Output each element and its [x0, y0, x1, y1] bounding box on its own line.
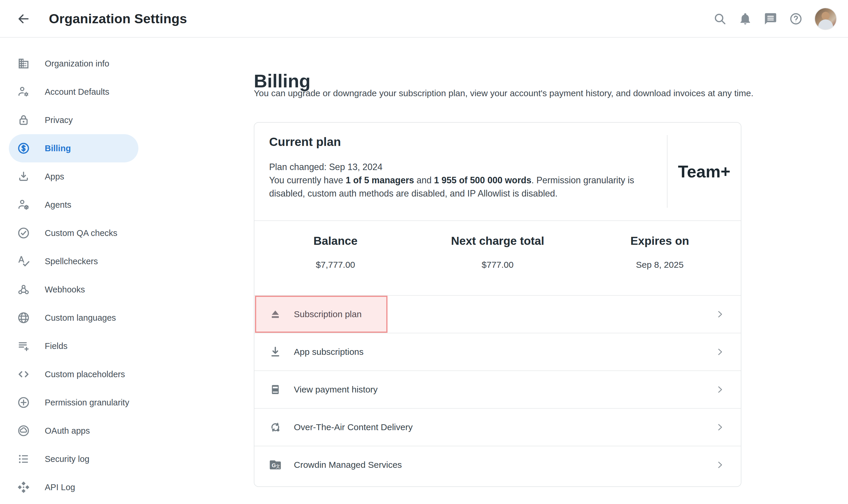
- plus-circle-icon: [17, 396, 30, 409]
- sidebar-item-api-log[interactable]: API Log: [9, 473, 138, 501]
- sidebar-item-privacy[interactable]: Privacy: [9, 106, 138, 134]
- sidebar-item-label: Custom languages: [45, 313, 116, 323]
- top-bar: Organization Settings: [0, 0, 848, 38]
- sidebar-item-label: Agents: [45, 200, 71, 210]
- page-title: Organization Settings: [49, 0, 187, 38]
- sidebar-item-webhooks[interactable]: Webhooks: [9, 275, 138, 304]
- section-subtitle: You can upgrade or downgrade your subscr…: [254, 88, 754, 98]
- billing-row-over-the-air-content-delivery[interactable]: Over-The-Air Content Delivery: [254, 408, 741, 446]
- billing-row-subscription-plan[interactable]: Subscription plan: [254, 295, 741, 333]
- billing-row-label: Subscription plan: [294, 309, 362, 319]
- billing-row-label: Crowdin Managed Services: [294, 460, 402, 470]
- building-icon: [17, 57, 30, 70]
- stat-label: Expires on: [578, 234, 741, 248]
- eject-icon: [269, 307, 282, 321]
- sidebar-item-label: OAuth apps: [45, 426, 90, 436]
- sidebar-item-label: Privacy: [45, 115, 73, 125]
- notifications-icon[interactable]: [739, 12, 752, 25]
- sidebar-item-label: Webhooks: [45, 285, 85, 294]
- settings-sidebar: Organization infoAccount DefaultsPrivacy…: [0, 38, 150, 501]
- diamonds-icon: [17, 481, 30, 494]
- sidebar-item-agents[interactable]: Agents: [9, 191, 138, 219]
- list-plus-icon: [17, 340, 30, 353]
- agent-cube-icon: [17, 198, 30, 211]
- plan-usage-text: You currently have 1 of 5 managers and 1…: [269, 174, 655, 200]
- globe-icon: [17, 311, 30, 324]
- current-plan-details: Plan changed: Sep 13, 2024 You currently…: [269, 160, 655, 200]
- lock-icon: [17, 113, 30, 127]
- billing-actions-list: Subscription planApp subscriptionsView p…: [254, 295, 741, 483]
- avatar[interactable]: [814, 8, 837, 30]
- sidebar-item-label: Custom QA checks: [45, 228, 118, 238]
- sidebar-item-spellcheckers[interactable]: Spellcheckers: [9, 247, 138, 275]
- sidebar-item-security-log[interactable]: Security log: [9, 445, 138, 473]
- plan-badge-area: Team+: [667, 135, 741, 208]
- translate-icon: G文: [269, 458, 282, 472]
- billing-row-crowdin-managed-services[interactable]: G文Crowdin Managed Services: [254, 446, 741, 483]
- stat-next-charge-total: Next charge total$777.00: [417, 221, 579, 295]
- credit-card-icon: [269, 383, 282, 396]
- billing-row-view-payment-history[interactable]: View payment history: [254, 371, 741, 408]
- cloud-circle-icon: [17, 424, 30, 437]
- back-arrow-icon[interactable]: [17, 12, 31, 26]
- sidebar-item-custom-languages[interactable]: Custom languages: [9, 304, 138, 332]
- sidebar-item-label: Billing: [45, 144, 71, 153]
- ota-sync-icon: [269, 420, 282, 434]
- sidebar-item-label: Custom placeholders: [45, 370, 125, 379]
- plan-changed-text: Plan changed: Sep 13, 2024: [269, 160, 655, 174]
- chevron-right-icon: [715, 460, 725, 470]
- billing-row-label: App subscriptions: [294, 347, 364, 357]
- list-icon: [17, 452, 30, 466]
- sidebar-item-label: Fields: [45, 341, 67, 351]
- sidebar-item-permission-granularity[interactable]: Permission granularity: [9, 389, 138, 417]
- svg-text:文: 文: [276, 464, 280, 469]
- stat-value: Sep 8, 2025: [578, 260, 741, 270]
- sidebar-item-label: Security log: [45, 454, 89, 464]
- sidebar-item-billing[interactable]: Billing: [9, 134, 138, 162]
- managers-usage: 1 of 5 managers: [346, 175, 414, 185]
- search-icon[interactable]: [713, 12, 727, 25]
- download-icon: [269, 345, 282, 359]
- sidebar-item-fields[interactable]: Fields: [9, 332, 138, 360]
- billing-row-app-subscriptions[interactable]: App subscriptions: [254, 333, 741, 371]
- billing-row-label: View payment history: [294, 384, 378, 395]
- messages-icon[interactable]: [764, 12, 777, 25]
- stat-expires-on: Expires onSep 8, 2025: [578, 221, 741, 295]
- chevron-right-icon: [715, 384, 725, 395]
- stat-value: $777.00: [417, 260, 579, 270]
- svg-text:G: G: [272, 463, 276, 468]
- sidebar-item-label: Spellcheckers: [45, 256, 98, 266]
- sidebar-item-label: Organization info: [45, 59, 109, 69]
- plan-stats: Balance$7,777.00Next charge total$777.00…: [254, 221, 741, 295]
- help-icon[interactable]: [789, 12, 803, 25]
- code-icon: [17, 368, 30, 381]
- sidebar-item-apps[interactable]: Apps: [9, 162, 138, 191]
- sidebar-item-label: Permission granularity: [45, 398, 129, 408]
- download-tray-icon: [17, 170, 30, 183]
- billing-card: Current plan Plan changed: Sep 13, 2024 …: [254, 122, 741, 487]
- chevron-right-icon: [715, 422, 725, 432]
- chevron-right-icon: [715, 347, 725, 357]
- stat-balance: Balance$7,777.00: [254, 221, 417, 295]
- sidebar-item-account-defaults[interactable]: Account Defaults: [9, 78, 138, 106]
- billing-row-label: Over-The-Air Content Delivery: [294, 422, 413, 432]
- sidebar-item-custom-placeholders[interactable]: Custom placeholders: [9, 360, 138, 389]
- sidebar-item-custom-qa-checks[interactable]: Custom QA checks: [9, 219, 138, 247]
- stat-label: Balance: [254, 234, 417, 248]
- sidebar-item-label: Apps: [45, 172, 64, 182]
- dollar-circle-icon: [17, 142, 30, 155]
- stat-value: $7,777.00: [254, 260, 417, 270]
- plan-name: Team+: [678, 162, 730, 181]
- header-actions: [713, 0, 837, 38]
- sidebar-item-oauth-apps[interactable]: OAuth apps: [9, 417, 138, 445]
- user-gear-icon: [17, 85, 30, 98]
- spellcheck-icon: [17, 255, 30, 268]
- current-plan-heading: Current plan: [269, 135, 341, 149]
- webhook-icon: [17, 283, 30, 296]
- check-circle-icon: [17, 227, 30, 239]
- sidebar-item-organization-info[interactable]: Organization info: [9, 50, 138, 78]
- chevron-right-icon: [715, 309, 725, 319]
- sidebar-item-label: API Log: [45, 483, 75, 492]
- stat-label: Next charge total: [417, 234, 579, 248]
- sidebar-item-label: Account Defaults: [45, 87, 109, 97]
